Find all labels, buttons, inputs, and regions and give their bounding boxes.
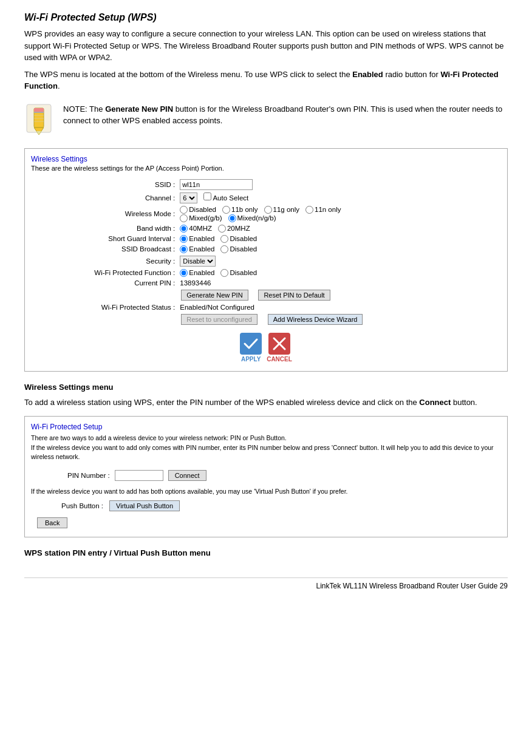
apply-button[interactable]: APPLY	[240, 333, 262, 363]
mode-mixedngb[interactable]: Mixed(n/g/b)	[228, 214, 276, 222]
page-footer: LinkTek WL11N Wireless Broadband Router …	[24, 577, 508, 590]
cancel-icon	[268, 333, 290, 355]
ssid-input[interactable]	[180, 179, 253, 190]
channel-cell: 6 Auto Select	[177, 191, 501, 205]
pin-number-row: PIN Number : Connect	[67, 470, 501, 481]
ssid-broadcast-cell: Enabled Disabled	[177, 244, 501, 254]
note-text: NOTE: The Generate New PIN button is for…	[63, 103, 508, 127]
mode-disabled[interactable]: Disabled	[180, 206, 216, 214]
svg-marker-3	[36, 131, 41, 135]
pin-number-input[interactable]	[115, 470, 163, 481]
wps-status-value: Enabled/Not Configured	[180, 304, 254, 311]
reset-pin-button[interactable]: Reset PIN to Default	[258, 290, 330, 301]
cancel-button[interactable]: CANCEL	[267, 333, 292, 363]
apply-label: APPLY	[241, 356, 261, 363]
connect-button[interactable]: Connect	[168, 470, 206, 481]
apply-cancel-row: APPLY CANCEL	[31, 333, 501, 363]
settings-table: SSID : Channel : 6 Auto Select Wireless …	[31, 178, 501, 327]
ssid-broadcast-label: SSID Broadcast :	[31, 244, 177, 254]
mode-11b[interactable]: 11b only	[222, 206, 257, 214]
ssidbc-enabled[interactable]: Enabled	[180, 245, 214, 253]
current-pin-cell: 13893446	[177, 278, 501, 288]
apply-icon	[240, 333, 262, 355]
security-label: Security :	[31, 254, 177, 268]
bw-40mhz[interactable]: 40MHZ	[180, 225, 212, 233]
wireless-mode-label: Wireless Mode :	[31, 205, 177, 223]
wps-box-title: Wi-Fi Protected Setup	[31, 423, 501, 431]
current-pin-value: 13893446	[180, 279, 211, 287]
add-wireless-wizard-button[interactable]: Add Wireless Device Wizard	[268, 314, 363, 325]
wpf-cell: Enabled Disabled	[177, 268, 501, 278]
svg-rect-5	[34, 112, 44, 113]
wps-desc1: There are two ways to add a wireless dev…	[31, 434, 501, 443]
wps-setup-box: Wi-Fi Protected Setup There are two ways…	[24, 416, 508, 538]
sgi-cell: Enabled Disabled	[177, 234, 501, 244]
reset-unconfigured-button[interactable]: Reset to unconfigured	[181, 314, 257, 325]
pin-number-label: PIN Number :	[67, 472, 110, 479]
mode-mixedgb[interactable]: Mixed(g/b)	[180, 214, 222, 222]
intro-para1: WPS provides an easy way to configure a …	[24, 28, 508, 64]
wps-desc2: If the wireless device you want to add o…	[31, 443, 501, 461]
push-button-row: Push Button : Virtual Push Button	[61, 500, 501, 511]
wireless-mode-cell: Disabled 11b only 11g only 11n only Mixe…	[177, 205, 501, 223]
ssid-label: SSID :	[31, 178, 177, 191]
channel-label: Channel :	[31, 191, 177, 205]
mode-11g[interactable]: 11g only	[264, 206, 299, 214]
wireless-settings-box: Wireless Settings These are the wireless…	[24, 148, 508, 372]
current-pin-label: Current PIN :	[31, 278, 177, 288]
sgi-label: Short Guard Interval :	[31, 234, 177, 244]
bandwidth-cell: 40MHZ 20MHZ	[177, 223, 501, 234]
svg-rect-4	[34, 108, 44, 112]
wpf-disabled[interactable]: Disabled	[220, 269, 257, 277]
pin-buttons-cell: Generate New PIN Reset PIN to Default	[177, 288, 501, 302]
security-cell: Disable	[177, 254, 501, 268]
wpf-label: Wi-Fi Protected Function :	[31, 268, 177, 278]
footer-text: LinkTek WL11N Wireless Broadband Router …	[316, 582, 508, 590]
channel-select[interactable]: 6	[180, 192, 197, 203]
auto-select-checkbox[interactable]	[203, 192, 211, 200]
auto-select-label: Auto Select	[213, 194, 248, 202]
wizard-buttons-cell: Reset to unconfigured Add Wireless Devic…	[177, 312, 501, 327]
ssidbc-disabled[interactable]: Disabled	[220, 245, 257, 253]
wps-optional-text: If the wireless device you want to add h…	[31, 487, 501, 496]
pencil-icon	[24, 103, 53, 137]
page-title: Wi-Fi Protected Setup (WPS)	[24, 12, 508, 23]
security-select[interactable]: Disable	[180, 256, 216, 267]
wireless-settings-menu-label: Wireless Settings menu	[24, 381, 508, 393]
bandwidth-label: Band width :	[31, 223, 177, 234]
wps-status-label: Wi-Fi Protected Status :	[31, 302, 177, 312]
ws-box-subtitle: These are the wireless settings for the …	[31, 165, 501, 172]
back-button[interactable]: Back	[37, 517, 67, 528]
ws-box-title: Wireless Settings	[31, 155, 501, 163]
ssid-input-cell	[177, 178, 501, 191]
bw-20mhz[interactable]: 20MHZ	[218, 225, 250, 233]
intro-para2: The WPS menu is located at the bottom of…	[24, 69, 508, 92]
svg-rect-9	[240, 333, 262, 355]
push-button-label: Push Button :	[61, 502, 103, 509]
sgi-enabled[interactable]: Enabled	[180, 235, 214, 243]
wps-station-label: WPS station PIN entry / Virtual Push But…	[24, 547, 508, 559]
virtual-push-button[interactable]: Virtual Push Button	[109, 500, 180, 511]
cancel-label: CANCEL	[267, 356, 292, 363]
generate-pin-button[interactable]: Generate New PIN	[181, 290, 248, 301]
note-box: NOTE: The Generate New PIN button is for…	[24, 103, 508, 137]
sgi-disabled[interactable]: Disabled	[220, 235, 257, 243]
mode-11n[interactable]: 11n only	[305, 206, 341, 214]
wps-para: To add a wireless station using WPS, ent…	[24, 397, 508, 409]
wps-status-cell: Enabled/Not Configured	[177, 302, 501, 312]
wpf-enabled[interactable]: Enabled	[180, 269, 214, 277]
